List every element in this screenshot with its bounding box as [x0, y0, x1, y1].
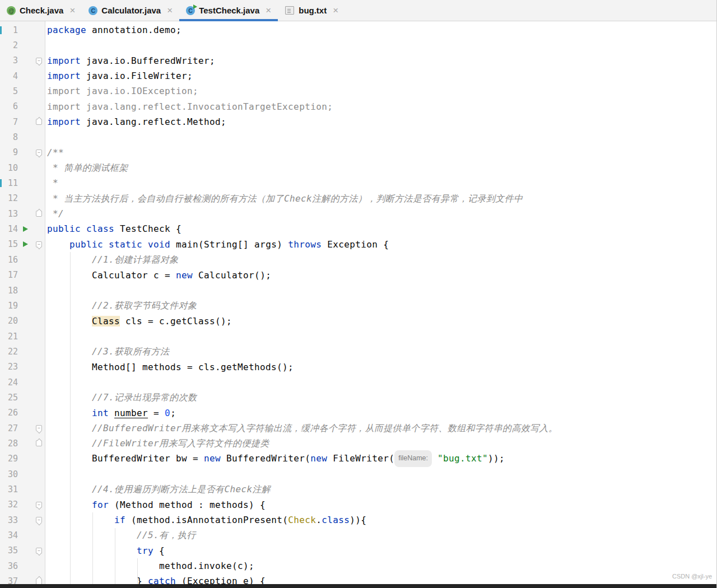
- run-button[interactable]: [23, 241, 28, 247]
- code-text[interactable]: //5.有，执行: [45, 528, 196, 543]
- code-line-33: 33− if (method.isAnnotationPresent(Check…: [0, 512, 716, 528]
- line-number: 33: [0, 515, 19, 525]
- line-number: 37: [0, 576, 19, 584]
- code-text[interactable]: for (Method method : methods) {: [45, 497, 266, 512]
- code-text[interactable]: Calculator c = new Calculator();: [45, 268, 271, 283]
- code-text[interactable]: //2.获取字节码文件对象: [45, 298, 197, 313]
- plain-token: [109, 408, 114, 418]
- gutter-cell: 27−: [0, 421, 45, 436]
- fold-collapse-icon[interactable]: −: [36, 502, 42, 508]
- tab-check-java[interactable]: @Check.java×: [0, 0, 82, 21]
- fold-collapse-icon[interactable]: −: [36, 241, 42, 248]
- code-text[interactable]: //7.记录出现异常的次数: [45, 390, 197, 405]
- comment-token: //5.有，执行: [137, 530, 196, 540]
- code-text[interactable]: /**: [45, 145, 64, 160]
- fold-collapse-icon[interactable]: −: [36, 425, 42, 431]
- code-text[interactable]: * 简单的测试框架: [45, 160, 128, 175]
- edge-mark: [0, 179, 2, 187]
- gutter-cell: 9−: [0, 145, 45, 160]
- fold-collapse-icon[interactable]: −: [36, 548, 42, 554]
- code-text[interactable]: Class cls = c.getClass();: [45, 314, 232, 329]
- code-text[interactable]: import java.lang.reflect.Method;: [45, 114, 226, 129]
- plain-token: (Method method : methods) {: [109, 500, 266, 510]
- editor-pane[interactable]: 1package annotation.demo;23−import java.…: [0, 21, 716, 584]
- line-number: 25: [0, 393, 19, 403]
- code-line-34: 34 //5.有，执行: [0, 528, 716, 543]
- gutter-cell: 30: [0, 466, 45, 482]
- number-token: 0: [165, 408, 170, 418]
- fold-collapse-icon[interactable]: −: [36, 517, 42, 523]
- code-line-10: 10 * 简单的测试框架: [0, 160, 716, 175]
- code-text[interactable]: try {: [45, 543, 165, 558]
- code-text[interactable]: } catch (Exception e) {: [45, 573, 266, 584]
- code-text[interactable]: int number = 0;: [45, 405, 176, 421]
- code-line-8: 8: [0, 129, 716, 144]
- tab-bug-txt[interactable]: bug.txt×: [278, 0, 345, 21]
- code-text[interactable]: package annotation.demo;: [45, 22, 181, 38]
- plain-token: java.io.FileWriter;: [81, 71, 193, 81]
- annotation-class-icon: @: [7, 6, 16, 15]
- plain-token: )){: [350, 515, 366, 525]
- gutter-cell: 36: [0, 558, 45, 573]
- gutter-cell: 10: [0, 160, 45, 175]
- code-text[interactable]: public static void main(String[] args) t…: [45, 237, 389, 252]
- comment-token: //3.获取所有方法: [92, 346, 169, 357]
- code-text[interactable]: Method[] methods = cls.getMethods();: [45, 360, 294, 375]
- comment-token: //7.记录出现异常的次数: [92, 392, 197, 403]
- code-text[interactable]: method.invoke(c);: [45, 558, 254, 573]
- code-text[interactable]: * 当主方法执行后，会自动自行被检测的所有方法（加了Check注解的方法），判断…: [45, 191, 523, 206]
- close-tab-icon[interactable]: ×: [266, 7, 271, 15]
- fold-slot: −: [34, 150, 45, 156]
- code-text[interactable]: import java.io.BufferedWriter;: [45, 53, 215, 68]
- fold-end-icon[interactable]: [36, 578, 42, 584]
- line-number: 28: [0, 438, 19, 449]
- code-line-21: 21: [0, 329, 716, 344]
- fold-end-icon[interactable]: [36, 119, 42, 125]
- fold-slot: −: [34, 502, 45, 508]
- gutter-cell: 25: [0, 390, 45, 405]
- fold-end-icon[interactable]: [36, 211, 42, 217]
- line-number: 20: [0, 316, 19, 326]
- gutter-cell: 35−: [0, 543, 45, 558]
- tab-calculator-java[interactable]: CCalculator.java×: [82, 0, 179, 21]
- code-text[interactable]: //FileWriter用来写入字符文件的便捷类: [45, 436, 269, 451]
- code-text[interactable]: //BufferedWriter用来将文本写入字符输出流，缓冲各个字符，从而提供…: [45, 421, 557, 436]
- line-number: 7: [0, 117, 19, 127]
- keyword-token: for: [92, 500, 109, 510]
- code-line-6: 6import java.lang.reflect.InvocationTarg…: [0, 99, 716, 114]
- code-line-2: 2: [0, 38, 716, 53]
- fold-collapse-icon[interactable]: −: [36, 150, 42, 156]
- code-text[interactable]: //3.获取所有方法: [45, 344, 169, 359]
- close-tab-icon[interactable]: ×: [167, 7, 173, 15]
- fold-collapse-icon[interactable]: −: [36, 58, 42, 64]
- code-text[interactable]: *: [45, 175, 58, 190]
- code-text[interactable]: */: [45, 206, 64, 221]
- code-text[interactable]: //4.使用遍历判断方法上是否有Check注解: [45, 482, 271, 497]
- code-text[interactable]: if (method.isAnnotationPresent(Check.cla…: [45, 512, 366, 528]
- keyword-token: throws: [288, 239, 322, 250]
- code-line-25: 25 //7.记录出现异常的次数: [0, 390, 716, 405]
- gutter-cell: 13: [0, 206, 45, 221]
- code-line-24: 24: [0, 375, 716, 390]
- run-button[interactable]: [23, 226, 28, 232]
- code-text[interactable]: import java.io.IOException;: [45, 83, 198, 99]
- code-text[interactable]: //1.创建计算器对象: [45, 252, 179, 267]
- close-tab-icon[interactable]: ×: [69, 7, 75, 15]
- code-line-19: 19 //2.获取字节码文件对象: [0, 298, 716, 313]
- plain-token: annotation.demo;: [86, 25, 181, 35]
- tab-testcheck-java[interactable]: CTestCheck.java×: [179, 0, 278, 21]
- gutter-cell: 20: [0, 314, 45, 329]
- indent-guide: [115, 528, 115, 584]
- code-line-18: 18: [0, 283, 716, 298]
- code-text[interactable]: public class TestCheck {: [45, 221, 181, 236]
- code-text[interactable]: import java.io.FileWriter;: [45, 68, 193, 83]
- code-text[interactable]: import java.lang.reflect.InvocationTarge…: [45, 99, 333, 114]
- line-number: 32: [0, 500, 19, 510]
- plain-token: ;: [170, 408, 176, 418]
- keyword-token: import: [47, 116, 81, 127]
- line-number: 10: [0, 163, 19, 173]
- line-number: 6: [0, 101, 19, 111]
- close-tab-icon[interactable]: ×: [333, 7, 338, 15]
- fold-end-icon[interactable]: [36, 440, 42, 446]
- code-text[interactable]: BufferedWriter bw = new BufferedWriter(n…: [45, 450, 505, 467]
